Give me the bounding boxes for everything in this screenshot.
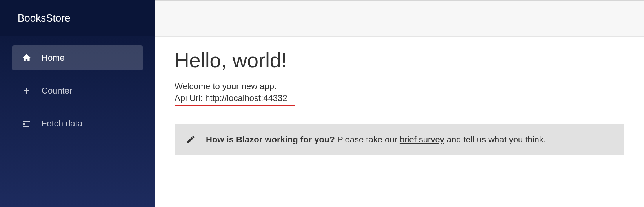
survey-prompt-before: Please take our [335,135,400,144]
main-area: Hello, world! Welcome to your new app. A… [155,0,644,207]
survey-box: How is Blazor working for you? Please ta… [175,124,624,155]
api-url-wrapper: Api Url: http://localhost:44332 [175,93,287,106]
sidebar: BooksStore Home Counter [0,0,155,207]
pencil-icon [186,135,196,145]
page-title: Hello, world! [175,49,624,72]
underline-annotation [175,105,295,106]
sidebar-header: BooksStore [0,0,155,36]
content: Hello, world! Welcome to your new app. A… [155,37,644,207]
sidebar-item-label: Fetch data [42,119,82,129]
survey-question: How is Blazor working for you? [206,135,335,144]
topbar [155,1,644,37]
survey-prompt-after: and tell us what you think. [444,135,546,144]
survey-link[interactable]: brief survey [400,135,444,144]
app-title[interactable]: BooksStore [18,12,70,24]
list-icon [21,118,32,129]
sidebar-item-label: Counter [42,86,72,96]
sidebar-item-label: Home [42,53,65,63]
survey-text: How is Blazor working for you? Please ta… [206,133,546,146]
sidebar-nav: Home Counter Fetch data [0,36,155,146]
sidebar-item-counter[interactable]: Counter [12,78,143,103]
plus-icon [21,85,32,96]
home-icon [21,52,32,63]
api-url-text: Api Url: http://localhost:44332 [175,93,287,103]
sidebar-item-fetch-data[interactable]: Fetch data [12,111,143,136]
welcome-text: Welcome to your new app. [175,81,624,92]
sidebar-item-home[interactable]: Home [12,45,143,70]
